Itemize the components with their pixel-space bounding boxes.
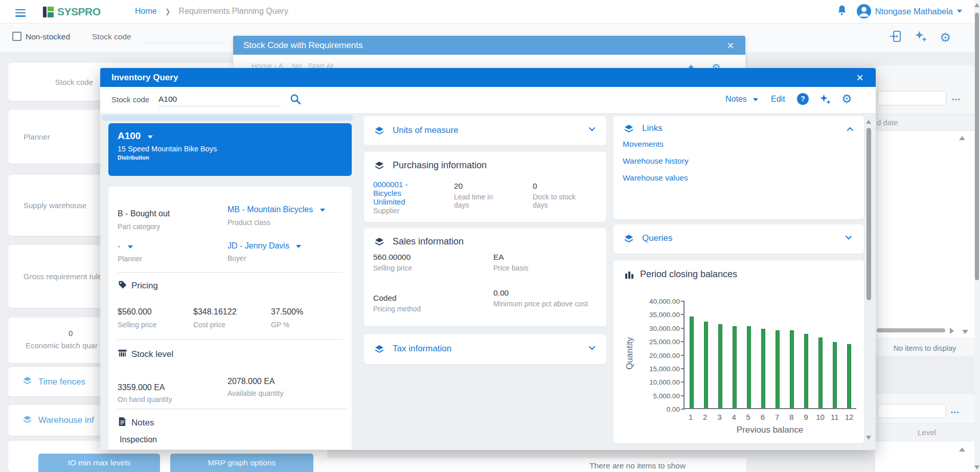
document-icon [118, 417, 126, 429]
modal-titlebar[interactable]: Inventory Query × [100, 68, 876, 87]
modal-stock-code-input[interactable] [158, 92, 281, 106]
chart-x-tick-label: 4 [727, 413, 741, 421]
chart-bar-slot [727, 301, 742, 408]
price-basis-value: EA [493, 253, 504, 262]
non-stocked-checkbox[interactable] [12, 32, 21, 41]
modal-toolbar: Stock code Notes Edit ? ⚙ [100, 87, 876, 114]
search-icon[interactable] [289, 93, 302, 107]
links-section: Links Movements Warehouse history Wareho… [613, 116, 864, 219]
notes-item-inspection[interactable]: Inspection [120, 435, 157, 444]
scrollbar-up-icon[interactable] [974, 3, 979, 7]
right-grid-card-2: ••• Level [875, 394, 974, 472]
mobile-settings-icon[interactable] [890, 30, 902, 45]
scroll-right-icon[interactable] [950, 328, 954, 334]
chart-y-tick-label: 30,000.00 [649, 325, 680, 332]
buyer-link[interactable]: JD - Jenny Davis [227, 241, 289, 250]
dock-to-stock-label: Dock to stock days [533, 193, 584, 209]
modal-scrollbar-thumb[interactable] [867, 128, 871, 300]
chart-y-tick-label: 5,000.00 [653, 392, 680, 400]
product-column-scroll-strip [102, 115, 353, 121]
chart-x-tick-label: 9 [799, 413, 813, 421]
layers-icon [22, 415, 32, 426]
sales-heading: Sales information [393, 236, 464, 247]
horizontal-scrollbar[interactable] [877, 328, 945, 332]
scroll-up-icon[interactable] [959, 136, 965, 140]
chart-y-tick-mark [681, 341, 685, 342]
units-of-measure-heading: Units of measure [393, 125, 459, 136]
bottom-grid-strip: There are no items to show [326, 458, 746, 472]
right-panel: ••• d date No items to display ••• Level [875, 61, 974, 472]
part-category-label: Part category [118, 222, 160, 231]
planner-link[interactable]: - [118, 242, 120, 251]
right-grid-2-input[interactable] [878, 404, 946, 418]
modal-scroll-down-icon[interactable] [866, 436, 871, 440]
scroll-down-icon[interactable] [962, 330, 968, 334]
chart-y-tick-label: 25,000.00 [649, 338, 680, 346]
pricing-selling-label: Selling price [118, 321, 156, 329]
io-min-max-levels-button[interactable]: IO min max levels [38, 454, 160, 472]
chart-bar-slot [813, 301, 828, 408]
units-of-measure-section[interactable]: Units of measure [364, 116, 606, 145]
supplier-link[interactable]: 0000001 - Bicycles Unlimited [373, 180, 426, 206]
dock-to-stock-value: 0 [533, 182, 537, 191]
link-warehouse-history[interactable]: Warehouse history [623, 156, 689, 166]
chart-bar [833, 342, 837, 408]
planner-caret-icon [128, 245, 133, 249]
bg-window-breadcrumb-fragment: Home › A... No.. Start At [252, 61, 333, 68]
tax-information-section[interactable]: Tax information [364, 334, 606, 364]
modal-close-icon[interactable]: × [856, 73, 863, 83]
user-menu[interactable]: Ntongase Mathabela [857, 4, 962, 18]
edit-button[interactable]: Edit [771, 95, 785, 104]
bg-window-titlebar[interactable]: Stock Code with Requirements × [233, 36, 745, 55]
ai-sparkles-icon[interactable] [819, 93, 831, 107]
pricing-cost-label: Cost price [193, 321, 225, 329]
chart-y-tick-label: 40,000.00 [649, 298, 680, 305]
chart-bar-slot [713, 301, 727, 408]
pricing-method-value: Coded [373, 294, 397, 303]
chart-bar [718, 324, 722, 408]
queries-section[interactable]: Queries [613, 224, 864, 254]
modal-scrollbar[interactable] [866, 114, 872, 449]
layers-icon [374, 161, 384, 173]
bg-window-close-icon[interactable]: × [727, 40, 734, 51]
chart-y-tick-mark [681, 301, 685, 302]
ai-sparkles-icon[interactable] [914, 30, 927, 45]
scrollbar-down-icon[interactable] [974, 465, 979, 469]
mrp-graph-options-button[interactable]: MRP graph options [170, 454, 313, 472]
syspro-logo[interactable]: SYSPRO [43, 6, 101, 18]
right-grid-1-header-row: d date [875, 114, 974, 131]
scroll-up-icon[interactable] [959, 447, 965, 452]
chart-bar [761, 329, 765, 408]
chart-bar [704, 322, 708, 408]
chart-bar-slot [842, 301, 856, 408]
syspro-logo-text: SYSPRO [57, 6, 101, 18]
layers-icon [624, 124, 634, 136]
layers-icon [374, 344, 384, 356]
chart-bar [847, 344, 851, 408]
notifications-bell-icon[interactable] [836, 4, 848, 18]
settings-gear-icon[interactable]: ⚙ [841, 92, 852, 106]
breadcrumb-home-link[interactable]: Home [135, 7, 157, 16]
notes-menu[interactable]: Notes [725, 95, 758, 104]
chart-bar-slot [799, 301, 813, 408]
chart-x-tick-label: 6 [756, 413, 770, 421]
right-grid-2-browse-button[interactable]: ••• [951, 409, 960, 415]
scrollbar-thumb[interactable] [975, 13, 979, 280]
chevron-up-icon[interactable] [847, 127, 854, 134]
modal-scroll-up-icon[interactable] [866, 120, 871, 124]
bar-chart-icon [625, 270, 634, 281]
link-movements[interactable]: Movements [623, 140, 664, 149]
product-class-link[interactable]: MB - Mountain Bicycles [227, 205, 313, 214]
section-label: Time fences [38, 377, 85, 387]
link-warehouse-values[interactable]: Warehouse values [623, 173, 688, 183]
right-grid-1-browse-button[interactable]: ••• [952, 96, 961, 102]
settings-gear-icon[interactable]: ⚙ [940, 31, 951, 43]
help-icon[interactable]: ? [797, 93, 809, 105]
product-header-card[interactable]: A100 15 Speed Mountain Bike Boys Distrib… [108, 123, 352, 176]
chart-x-tick-label: 1 [683, 413, 698, 421]
menu-icon[interactable] [15, 7, 26, 18]
on-hand-qty-value: 3359.000 EA [118, 383, 165, 392]
right-grid-1-input[interactable] [878, 91, 946, 105]
page-scrollbar[interactable] [974, 0, 980, 472]
stock-code-underline-input[interactable] [141, 32, 226, 43]
